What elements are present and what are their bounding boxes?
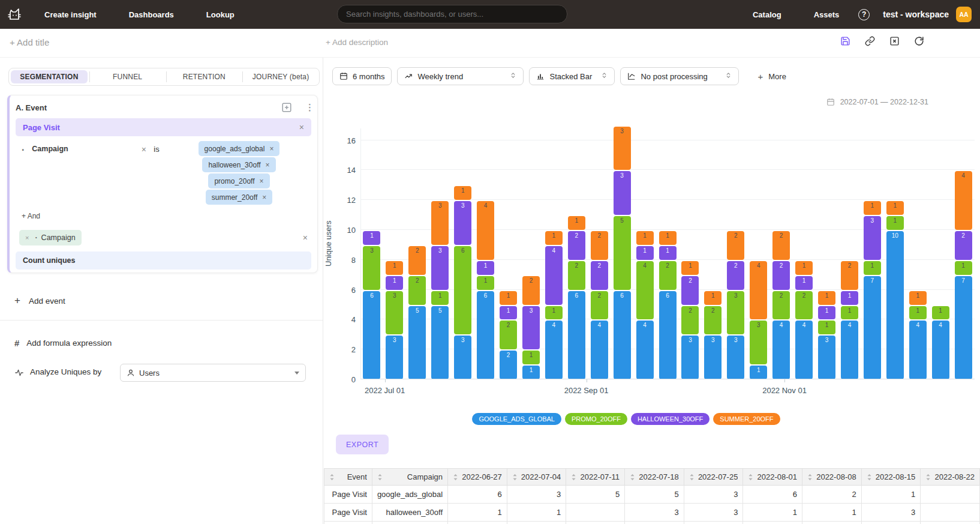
bar-segment-summer_20off[interactable]: 3 xyxy=(431,201,449,245)
bar-segment-promo_20off[interactable]: 2 xyxy=(659,261,677,290)
table-header-cell[interactable]: Campaign xyxy=(372,469,447,486)
tab-segmentation[interactable]: SEGMENTATION xyxy=(11,70,88,83)
export-button[interactable]: EXPORT xyxy=(336,435,389,454)
bar-segment-summer_20off[interactable]: 1 xyxy=(568,216,585,230)
table-header-cell[interactable]: Event xyxy=(324,469,372,486)
add-title-field[interactable]: + Add title xyxy=(10,37,49,47)
legend-pill-google_ads_global[interactable]: GOOGLE_ADS_GLOBAL xyxy=(472,413,561,425)
bar-segment-halloween_30off[interactable]: 1 xyxy=(795,276,813,290)
search-input[interactable] xyxy=(337,5,567,23)
bar-segment-halloween_30off[interactable]: 3 xyxy=(431,246,449,290)
bar-segment-promo_20off[interactable]: 5 xyxy=(614,216,631,290)
bar-segment-summer_20off[interactable]: 1 xyxy=(704,291,722,305)
filter-value-chip[interactable]: promo_20off× xyxy=(208,173,269,188)
bar-segment-summer_20off[interactable]: 1 xyxy=(886,201,904,215)
nav-assets[interactable]: Assets xyxy=(803,10,850,19)
sort-icon[interactable] xyxy=(925,474,931,481)
bar-segment-google_ads_global[interactable]: 1 xyxy=(522,366,540,379)
bar-segment-google_ads_global[interactable]: 3 xyxy=(727,336,744,379)
bar-segment-summer_20off[interactable]: 1 xyxy=(659,231,677,245)
bar-segment-google_ads_global[interactable]: 4 xyxy=(909,321,927,379)
table-header-cell[interactable]: 2022-07-04 xyxy=(507,469,566,486)
bar-segment-promo_20off[interactable]: 1 xyxy=(522,351,540,364)
filter-property[interactable]: Campaign xyxy=(32,145,68,153)
bar-segment-summer_20off[interactable]: 2 xyxy=(772,231,790,260)
bar-segment-summer_20off[interactable]: 4 xyxy=(955,171,972,230)
bar-segment-summer_20off[interactable]: 1 xyxy=(386,261,403,275)
bar-segment-promo_20off[interactable]: 6 xyxy=(454,246,471,334)
bar-segment-google_ads_global[interactable]: 6 xyxy=(363,291,380,379)
sort-icon[interactable] xyxy=(689,474,695,481)
sort-icon[interactable] xyxy=(867,474,872,481)
bar-segment-halloween_30off[interactable]: 3 xyxy=(614,171,631,215)
filter-value-chip[interactable]: summer_20off× xyxy=(206,190,273,205)
tab-funnel[interactable]: FUNNEL xyxy=(89,68,166,85)
workspace-name[interactable]: test - workspace xyxy=(883,10,949,19)
bar-segment-google_ads_global[interactable]: 4 xyxy=(545,321,563,379)
bar-segment-halloween_30off[interactable]: 2 xyxy=(591,261,608,290)
bar-segment-google_ads_global[interactable]: 6 xyxy=(614,291,631,379)
avatar[interactable]: AA xyxy=(956,7,972,22)
remove-value-icon[interactable]: × xyxy=(266,161,270,169)
sort-icon[interactable] xyxy=(748,474,753,481)
event-selector[interactable]: Page Visit × xyxy=(16,118,311,136)
post-processing-select[interactable]: No post processing xyxy=(620,67,739,85)
table-header-cell[interactable]: 2022-08-08 xyxy=(802,469,862,486)
bar-segment-promo_20off[interactable]: 3 xyxy=(727,291,744,335)
bar-segment-promo_20off[interactable]: 1 xyxy=(841,306,858,320)
table-header-cell[interactable]: 2022-08-22 xyxy=(921,469,980,486)
bar-segment-google_ads_global[interactable]: 2 xyxy=(500,351,517,379)
trend-select[interactable]: Weekly trend xyxy=(397,67,524,85)
add-event-button[interactable]: + Add event xyxy=(14,295,65,307)
bar-segment-promo_20off[interactable]: 1 xyxy=(886,216,904,230)
bar-segment-google_ads_global[interactable]: 4 xyxy=(841,321,858,379)
table-header-cell[interactable]: 2022-08-15 xyxy=(861,469,921,486)
bar-segment-google_ads_global[interactable]: 5 xyxy=(431,306,449,380)
bar-segment-summer_20off[interactable]: 1 xyxy=(636,231,654,245)
sort-icon[interactable] xyxy=(807,474,813,481)
help-icon[interactable]: ? xyxy=(858,9,870,20)
bar-segment-google_ads_global[interactable]: 6 xyxy=(477,291,494,379)
bar-segment-promo_20off[interactable]: 2 xyxy=(681,306,699,335)
bar-segment-promo_20off[interactable]: 2 xyxy=(591,291,608,320)
bar-segment-promo_20off[interactable]: 2 xyxy=(772,291,790,320)
bar-segment-promo_20off[interactable]: 1 xyxy=(545,306,563,320)
bar-segment-promo_20off[interactable]: 2 xyxy=(704,306,722,335)
bar-segment-google_ads_global[interactable]: 4 xyxy=(932,321,949,379)
nav-catalog[interactable]: Catalog xyxy=(742,10,792,19)
bar-segment-google_ads_global[interactable]: 7 xyxy=(955,276,972,379)
sort-icon[interactable] xyxy=(453,474,458,481)
bar-segment-google_ads_global[interactable]: 4 xyxy=(636,321,654,379)
legend-pill-summer_20off[interactable]: SUMMER_20OFF xyxy=(713,413,780,425)
bar-segment-promo_20off[interactable]: 1 xyxy=(955,261,972,275)
nav-lookup[interactable]: Lookup xyxy=(196,10,245,19)
bar-segment-google_ads_global[interactable]: 6 xyxy=(659,291,677,379)
add-formula-button[interactable]: # Add formula expression xyxy=(14,338,112,348)
bar-segment-halloween_30off[interactable]: 3 xyxy=(454,201,471,245)
bar-segment-google_ads_global[interactable]: 5 xyxy=(408,306,426,380)
bar-segment-halloween_30off[interactable]: 1 xyxy=(636,246,654,260)
chart-type-select[interactable]: Stacked Bar xyxy=(529,67,615,85)
close-box-icon[interactable] xyxy=(889,36,900,46)
link-icon[interactable] xyxy=(865,36,875,46)
bar-segment-promo_20off[interactable]: 2 xyxy=(795,291,813,320)
sort-icon[interactable] xyxy=(630,474,635,481)
bar-segment-promo_20off[interactable]: 1 xyxy=(477,276,494,290)
add-description-field[interactable]: + Add description xyxy=(326,38,388,47)
bar-segment-google_ads_global[interactable]: 3 xyxy=(454,336,471,379)
table-header-cell[interactable]: 2022-07-25 xyxy=(684,469,743,486)
sort-icon[interactable] xyxy=(571,474,576,481)
bar-segment-summer_20off[interactable]: 2 xyxy=(522,276,540,305)
bar-segment-halloween_30off[interactable]: 2 xyxy=(568,231,585,260)
add-filter-icon[interactable] xyxy=(281,102,292,113)
remove-filter-icon[interactable]: × xyxy=(142,145,146,154)
bar-segment-google_ads_global[interactable]: 3 xyxy=(818,336,835,379)
bar-segment-halloween_30off[interactable]: 1 xyxy=(818,306,835,320)
bar-segment-google_ads_global[interactable]: 6 xyxy=(568,291,585,379)
legend-pill-halloween_30off[interactable]: HALLOWEEN_30OFF xyxy=(631,413,710,425)
bar-segment-summer_20off[interactable]: 1 xyxy=(909,291,927,305)
bar-segment-google_ads_global[interactable]: 10 xyxy=(886,231,904,379)
sort-icon[interactable] xyxy=(329,474,335,481)
legend-pill-promo_20off[interactable]: PROMO_20OFF xyxy=(565,413,627,425)
table-header-cell[interactable]: 2022-06-27 xyxy=(448,469,507,486)
